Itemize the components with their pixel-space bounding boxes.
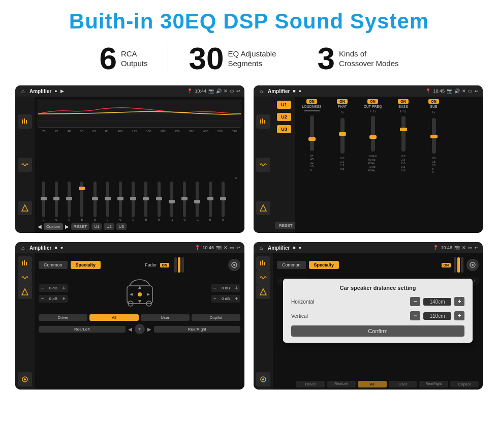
dist-tab-specialty[interactable]: Specialty — [309, 261, 339, 269]
fader-sidebar-icon3[interactable] — [18, 285, 32, 299]
phat-slider[interactable] — [340, 118, 345, 154]
fader-on-badge[interactable]: ON — [160, 263, 170, 267]
eq-slider-7: 0 — [119, 182, 122, 221]
eq-sidebar-icon1[interactable] — [18, 114, 32, 129]
dist-copilot-btn[interactable]: Copilot — [450, 381, 479, 387]
vertical-control: − 110cm + — [410, 311, 464, 320]
dist-sidebar-icon1[interactable] — [256, 256, 270, 271]
dist-sidebar-icon4[interactable] — [256, 372, 270, 386]
eq-reset-btn[interactable]: RESET — [71, 223, 90, 230]
u2-button[interactable]: U2 — [277, 113, 291, 121]
u1-button[interactable]: U1 — [277, 101, 291, 109]
dist-mini-sliders — [454, 257, 463, 273]
fader-right-arrow[interactable]: ▶ — [147, 326, 152, 332]
cr-reset-btn[interactable]: RESET — [275, 222, 297, 229]
eq-chart — [38, 100, 241, 128]
fader-sidebar-icon4[interactable] — [18, 372, 32, 386]
vertical-plus-btn[interactable]: + — [454, 311, 464, 320]
eq-freq-labels: 25 32 40 50 63 80 100 125 160 200 250 32… — [38, 130, 241, 133]
fader-back-icon[interactable]: ↩ — [236, 245, 240, 250]
all-btn[interactable]: All — [89, 314, 138, 321]
fader-sidebar-icon1[interactable] — [18, 256, 32, 271]
fader-bottom-row: Driver All User Copilot — [39, 314, 240, 321]
fader-volume-icon: ✕ — [224, 245, 228, 250]
dist-sidebar-icon2[interactable] — [256, 271, 270, 285]
dist-user-btn[interactable]: User — [389, 381, 418, 387]
fader-left-arrow[interactable]: ◀ — [128, 326, 133, 332]
phat-on-badge[interactable]: ON — [337, 99, 348, 104]
dist-volume-icon: ✕ — [462, 245, 466, 250]
eq-u3-btn[interactable]: U3 — [116, 223, 127, 230]
driver-btn[interactable]: Driver — [39, 314, 87, 321]
fader-dot1: ■ — [54, 245, 57, 250]
rearleft-btn[interactable]: RearLeft — [39, 326, 126, 333]
copilot-btn[interactable]: Copilot — [192, 314, 240, 321]
cr-top-bar: ⌂ Amplifier ■ ● 📍 10:45 📷 🔊 ✕ ▭ ↩ — [254, 85, 483, 97]
car-diagram — [119, 276, 160, 311]
dist-tab-common[interactable]: Common — [277, 261, 306, 269]
eq-u2-btn[interactable]: U2 — [104, 223, 114, 230]
fader-minus4[interactable]: − — [213, 296, 216, 302]
eq-scroll-right[interactable]: » — [234, 175, 237, 181]
fader-minus1[interactable]: − — [41, 285, 44, 291]
bass-on-badge[interactable]: ON — [398, 99, 409, 104]
horizontal-minus-btn[interactable]: − — [410, 297, 420, 306]
horizontal-plus-btn[interactable]: + — [454, 297, 464, 306]
stat-crossover-label: Kinds ofCrossover Modes — [339, 49, 399, 69]
eq-sidebar-icon2[interactable] — [18, 158, 32, 172]
distance-dialog: Car speaker distance setting Horizontal … — [283, 279, 473, 343]
dist-home-icon[interactable]: ⌂ — [258, 244, 265, 251]
cr-sidebar-icon1[interactable] — [256, 114, 270, 129]
fader-minus2[interactable]: − — [41, 296, 44, 302]
dist-settings-icon[interactable] — [466, 259, 479, 271]
fader-down-arrow[interactable]: ▼ — [135, 324, 145, 334]
dist-on-badge[interactable]: ON — [442, 263, 451, 267]
u3-button[interactable]: U3 — [277, 125, 291, 133]
loudness-slider[interactable] — [310, 115, 314, 151]
eq-prev-btn[interactable]: ◀ — [38, 224, 42, 229]
bass-slider[interactable] — [401, 116, 406, 152]
confirm-button[interactable]: Confirm — [291, 325, 464, 337]
fader-time: 10:46 — [202, 245, 214, 250]
home-icon[interactable]: ⌂ — [19, 87, 26, 95]
cr-left-icons — [254, 97, 273, 233]
fader-plus3[interactable]: + — [235, 285, 238, 291]
fader-plus2[interactable]: + — [63, 296, 66, 302]
svg-rect-9 — [264, 120, 265, 124]
vertical-minus-btn[interactable]: − — [410, 311, 420, 320]
loudness-on-badge[interactable]: ON — [306, 99, 317, 104]
cutfreq-slider[interactable] — [371, 116, 375, 152]
fader-home-icon[interactable]: ⌂ — [19, 244, 26, 251]
eq-next-btn[interactable]: ▶ — [65, 224, 69, 229]
dist-driver-btn[interactable]: Driver — [296, 381, 325, 387]
sub-on-badge[interactable]: ON — [428, 99, 439, 104]
fader-sidebar-icon2[interactable] — [18, 271, 32, 285]
fader-main-area: Common Specialty Fader ON — [35, 253, 244, 390]
user-btn[interactable]: User — [141, 314, 190, 321]
cutfreq-on-badge[interactable]: ON — [367, 99, 378, 104]
rearright-btn[interactable]: RearRight — [154, 326, 241, 333]
fader-minus3[interactable]: − — [213, 285, 216, 291]
screens-grid: ⌂ Amplifier ● ▶ 📍 10:44 📷 🔊 ✕ ▭ ↩ — [15, 85, 483, 390]
dist-all-btn[interactable]: All — [358, 381, 387, 387]
eq-back-icon[interactable]: ↩ — [236, 88, 240, 94]
eq-u1-btn[interactable]: U1 — [91, 223, 102, 230]
fader-plus1[interactable]: + — [63, 285, 66, 291]
fader-tab-common[interactable]: Common — [39, 261, 68, 269]
eq-sidebar-icon3[interactable] — [18, 201, 32, 215]
fader-plus4[interactable]: + — [235, 296, 238, 302]
cr-home-icon[interactable]: ⌂ — [258, 87, 265, 95]
cr-back-icon[interactable]: ↩ — [475, 88, 479, 94]
cr-sidebar-icon3[interactable] — [256, 201, 270, 215]
eq-main-area: 25 32 40 50 63 80 100 125 160 200 250 32… — [35, 97, 244, 233]
dist-back-icon[interactable]: ↩ — [475, 245, 479, 250]
sub-slider[interactable] — [432, 118, 436, 154]
fader-tab-specialty[interactable]: Specialty — [71, 261, 101, 269]
fader-settings-icon[interactable] — [228, 259, 240, 271]
eq-custom-btn[interactable]: Custom — [44, 223, 63, 230]
cr-sidebar-icon2[interactable] — [256, 158, 270, 172]
fader-db-row4: − 0 dB + — [211, 295, 240, 303]
dist-rearleft-btn[interactable]: RearLeft — [327, 381, 356, 387]
dist-rearright-btn[interactable]: RearRight — [419, 381, 448, 387]
dist-sidebar-icon3[interactable] — [256, 285, 270, 299]
